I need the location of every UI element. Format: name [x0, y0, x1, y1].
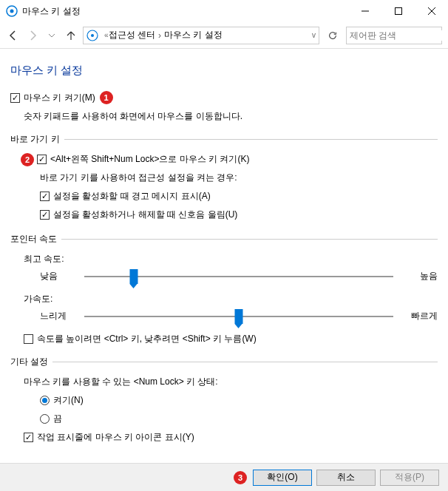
accel-low: 느리게: [40, 310, 77, 322]
numlock-label: 마우스 키를 사용할 수 있는 <Num Lock> 키 상태:: [24, 376, 438, 388]
shortcut-desc: 바로 가기 키를 사용하여 접근성 설정을 켜는 경우:: [40, 172, 438, 184]
navbar: « 접근성 센터 › 마우스 키 설정 v: [0, 22, 448, 49]
top-speed-high: 높음: [401, 270, 438, 282]
maximize-button[interactable]: [381, 0, 415, 22]
cancel-button[interactable]: 취소: [316, 470, 376, 486]
accel-thumb[interactable]: [235, 309, 243, 324]
recent-dropdown[interactable]: [44, 28, 59, 43]
content-area: 마우스 키 설정 마우스 키 켜기(M) 1 숫자 키패드를 사용하여 화면에서…: [0, 49, 448, 457]
shortcut-group-label: 바로 가기 키: [10, 133, 438, 146]
turn-on-row: 마우스 키 켜기(M) 1: [10, 91, 438, 104]
accel-high: 빠르게: [401, 310, 438, 322]
divider: [64, 139, 438, 140]
pointer-group-text: 포인터 속도: [10, 233, 57, 246]
page-title: 마우스 키 설정: [10, 64, 438, 78]
accel-slider-row: 느리게 빠르게: [10, 310, 438, 322]
radio-off-row: 끔: [40, 413, 438, 425]
app-icon: [6, 5, 18, 17]
pointer-group-label: 포인터 속도: [10, 233, 438, 246]
breadcrumb-part2[interactable]: 마우스 키 설정: [164, 29, 223, 41]
up-button[interactable]: [64, 28, 78, 43]
forward-button[interactable]: [25, 28, 40, 43]
back-button[interactable]: [6, 28, 21, 43]
divider: [61, 239, 438, 240]
breadcrumb-separator: ›: [158, 30, 161, 41]
breadcrumb-dropdown-icon[interactable]: v: [312, 31, 316, 39]
ok-button[interactable]: 확인(O): [253, 470, 312, 486]
search-input[interactable]: [350, 30, 448, 41]
svg-rect-3: [395, 8, 401, 15]
breadcrumb-part1[interactable]: 접근성 센터: [109, 29, 155, 41]
other-group-text: 기타 설정: [10, 356, 48, 368]
breadcrumb[interactable]: « 접근성 센터 › 마우스 키 설정 v: [83, 27, 319, 44]
shortcut-opt1-label[interactable]: 설정을 활성화할 때 경고 메시지 표시(A): [53, 190, 211, 203]
minimize-button[interactable]: [348, 0, 381, 22]
shortcut-row: 2 <Alt+왼쪽 Shift+Num Lock>으로 마우스 키 켜기(K): [24, 153, 438, 166]
turn-on-checkbox[interactable]: [10, 93, 20, 103]
divider: [52, 362, 438, 362]
refresh-button[interactable]: [324, 27, 342, 44]
radio-off-label[interactable]: 끔: [53, 413, 62, 425]
location-icon: [86, 30, 98, 41]
shortcut-opt1-checkbox[interactable]: [40, 192, 50, 201]
top-speed-slider[interactable]: [84, 276, 393, 277]
ctrl-shift-checkbox[interactable]: [24, 334, 33, 344]
button-bar: 3 확인(O) 취소 적용(P): [0, 463, 448, 491]
shortcut-group-text: 바로 가기 키: [10, 133, 60, 146]
search-box[interactable]: [346, 27, 442, 44]
turn-on-desc: 숫자 키패드를 사용하여 화면에서 마우스를 이동합니다.: [24, 110, 438, 123]
ctrl-shift-label[interactable]: 속도를 높이려면 <Ctrl> 키, 낮추려면 <Shift> 키 누름(W): [37, 333, 257, 345]
shortcut-checkbox[interactable]: [37, 155, 47, 164]
radio-off[interactable]: [40, 414, 50, 424]
taskbar-checkbox[interactable]: [24, 433, 33, 442]
badge-3: 3: [234, 471, 247, 484]
top-speed-thumb[interactable]: [129, 269, 138, 284]
top-speed-label: 최고 속도:: [24, 253, 438, 265]
shortcut-opt2-label[interactable]: 설정을 활성화하거나 해제할 때 신호음 울림(U): [53, 209, 237, 221]
shortcut-opt2-row: 설정을 활성화하거나 해제할 때 신호음 울림(U): [40, 209, 438, 221]
badge-1: 1: [100, 91, 113, 104]
other-group-label: 기타 설정: [10, 356, 438, 368]
shortcut-opt2-checkbox[interactable]: [40, 210, 50, 220]
apply-button[interactable]: 적용(P): [380, 470, 439, 486]
top-speed-slider-row: 낮음 높음: [10, 270, 438, 282]
radio-on-row: 켜기(N): [40, 394, 438, 407]
accel-slider[interactable]: [84, 316, 393, 317]
shortcut-opt1-row: 설정을 활성화할 때 경고 메시지 표시(A): [40, 190, 438, 203]
svg-point-7: [91, 34, 94, 37]
svg-point-1: [10, 10, 14, 13]
accel-label: 가속도:: [24, 293, 438, 305]
close-button[interactable]: [415, 0, 448, 22]
window-titlebar: 마우스 키 설정: [0, 0, 448, 22]
window-title: 마우스 키 설정: [22, 5, 348, 18]
taskbar-label[interactable]: 작업 표시줄에 마우스 키 아이콘 표시(Y): [37, 431, 194, 444]
ctrl-shift-row: 속도를 높이려면 <Ctrl> 키, 낮추려면 <Shift> 키 누름(W): [24, 333, 438, 345]
turn-on-label[interactable]: 마우스 키 켜기(M): [24, 92, 95, 104]
shortcut-label[interactable]: <Alt+왼쪽 Shift+Num Lock>으로 마우스 키 켜기(K): [50, 153, 249, 166]
radio-on-label[interactable]: 켜기(N): [53, 394, 84, 407]
taskbar-row: 작업 표시줄에 마우스 키 아이콘 표시(Y): [24, 431, 438, 444]
badge-2: 2: [21, 153, 34, 166]
radio-on[interactable]: [40, 396, 50, 405]
top-speed-low: 낮음: [40, 270, 77, 282]
